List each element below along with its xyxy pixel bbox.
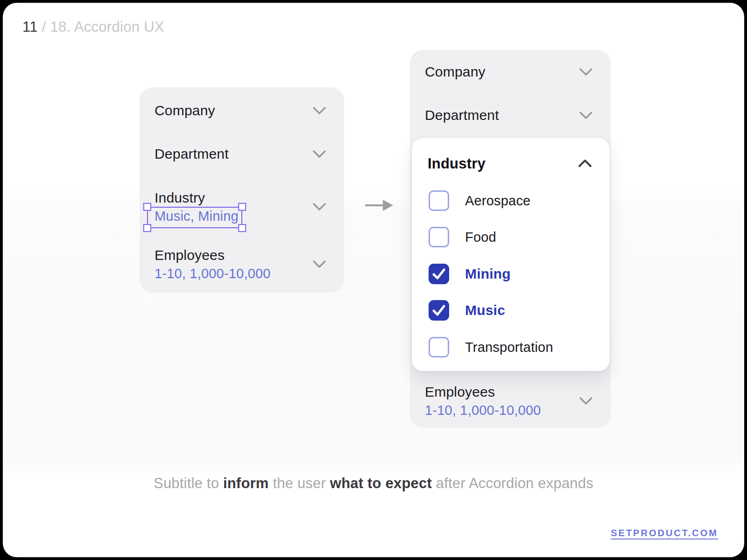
setproduct-link[interactable]: SETPRODUCT.COM [611, 528, 718, 539]
option-music[interactable]: Music [429, 292, 599, 329]
checkbox-checked[interactable] [429, 300, 449, 321]
caption-text: the user [269, 475, 330, 491]
chevron-down-icon[interactable] [312, 260, 326, 268]
chevron-up-icon[interactable] [578, 159, 592, 168]
accordion-selected-values: 1-10, 1,000-10,000 [155, 267, 344, 280]
accordion-expanded-card: Industry Aerospace Food Mining [412, 138, 610, 371]
checkbox-unchecked[interactable] [429, 337, 449, 357]
option-label: Food [465, 230, 496, 245]
option-transportation[interactable]: Transportation [429, 329, 599, 365]
accordion-item-company[interactable]: Company [410, 57, 611, 87]
arrow-right-icon [362, 195, 395, 216]
accordion-item-department[interactable]: Department [410, 100, 611, 130]
option-aerospace[interactable]: Aerospace [429, 182, 599, 219]
chevron-down-icon[interactable] [312, 203, 326, 211]
option-label: Aerospace [465, 193, 530, 209]
caption-emphasis: inform [223, 475, 269, 491]
slide-canvas: 11 / 18. Accordion UX Company Department… [0, 0, 747, 560]
accordion-before-panel: Company Department Industry Music, Minin… [140, 87, 344, 293]
accordion-item-label: Industry [428, 156, 486, 171]
caption-text: after Accordion expands [432, 475, 593, 491]
caption-emphasis: what to expect [330, 475, 432, 491]
option-mining[interactable]: Mining [429, 256, 599, 292]
option-label: Mining [465, 266, 511, 282]
chevron-down-icon[interactable] [312, 106, 326, 115]
option-label: Music [465, 302, 505, 318]
checkbox-unchecked[interactable] [429, 190, 449, 211]
chevron-down-icon[interactable] [579, 111, 593, 119]
page-title: 11 / 18. Accordion UX [22, 19, 164, 35]
slide-title-text: / 18. Accordion UX [38, 19, 164, 35]
slide-page: 11 / 18. Accordion UX Company Department… [3, 3, 744, 557]
checkbox-checked[interactable] [429, 264, 449, 284]
accordion-selected-values: Music, Mining [155, 210, 344, 223]
chevron-down-icon[interactable] [312, 150, 326, 158]
slide-caption: Subtitle to inform the user what to expe… [3, 475, 744, 492]
accordion-item-department[interactable]: Department [140, 139, 344, 169]
slide-counter: 11 [22, 19, 38, 35]
checkbox-unchecked[interactable] [429, 227, 449, 247]
accordion-item-employees[interactable]: Employees 1-10, 1,000-10,000 [410, 377, 611, 425]
accordion-item-industry-expanded[interactable]: Industry [412, 147, 610, 180]
accordion-item-company[interactable]: Company [140, 96, 344, 126]
chevron-down-icon[interactable] [579, 68, 593, 76]
option-food[interactable]: Food [429, 219, 599, 255]
accordion-selected-values: 1-10, 1,000-10,000 [425, 404, 611, 417]
option-label: Transportation [465, 340, 553, 355]
accordion-item-employees[interactable]: Employees 1-10, 1,000-10,000 [140, 240, 344, 288]
chevron-down-icon[interactable] [579, 397, 593, 405]
caption-text: Subtitle to [154, 475, 223, 491]
accordion-item-industry[interactable]: Industry Music, Mining [140, 182, 344, 231]
